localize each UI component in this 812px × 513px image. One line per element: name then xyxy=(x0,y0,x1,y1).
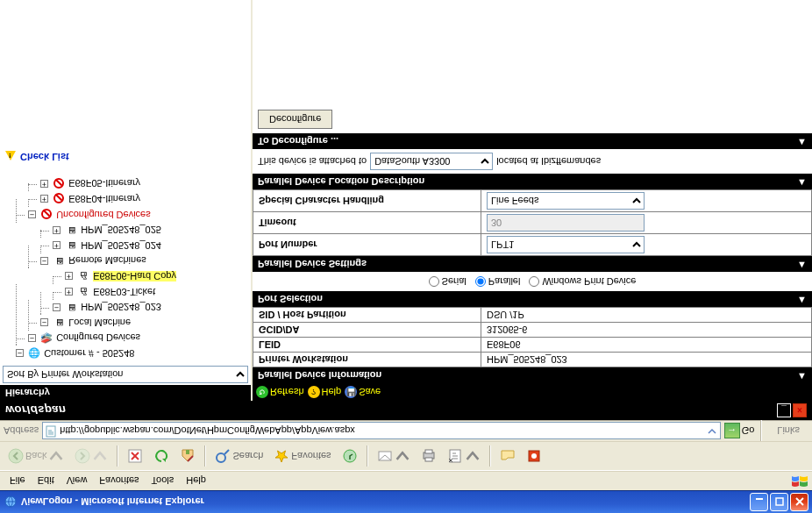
back-button[interactable]: Back xyxy=(4,445,68,467)
radio-windows-print-device[interactable]: Windows Print Device xyxy=(529,276,636,287)
history-button[interactable] xyxy=(338,445,362,467)
app-close-button[interactable]: × xyxy=(793,403,807,417)
collapse-toggle[interactable]: − xyxy=(53,303,61,311)
links-label[interactable]: Links xyxy=(768,426,808,437)
address-input-box[interactable] xyxy=(42,423,720,440)
local-machine-node[interactable]: Local Machine xyxy=(68,317,131,328)
deconfigure-button[interactable]: Deconfigure xyxy=(258,110,332,129)
roboform-button[interactable] xyxy=(522,445,546,467)
menu-edit[interactable]: Edit xyxy=(32,474,61,488)
check-list-link[interactable]: Check List xyxy=(0,144,251,169)
ie-app-icon xyxy=(4,495,18,509)
panel-deconfigure-header[interactable]: To Deconfigure ...▼ xyxy=(253,133,812,149)
forward-button[interactable] xyxy=(70,445,112,467)
menu-tools[interactable]: Tools xyxy=(146,474,181,488)
refresh-button[interactable] xyxy=(149,445,174,467)
chevron-down-icon xyxy=(92,448,108,464)
remote-machines-node[interactable]: Remote Machines xyxy=(68,256,146,267)
maximize-button[interactable] xyxy=(770,493,788,511)
hpm023-node[interactable]: HPM_505248_023 xyxy=(81,303,161,313)
hardcopy-device-node[interactable]: E68F06-Hard Copy xyxy=(93,271,176,281)
collapse-icon[interactable]: ▼ xyxy=(797,176,807,187)
hierarchy-tree: − 🌐 Customer # - 505248 − 📚 Configured D… xyxy=(0,169,251,364)
save-icon: 💾 xyxy=(345,386,357,398)
window-title: ViewLogon - Microsoft Internet Explorer xyxy=(21,497,748,508)
expand-toggle[interactable]: + xyxy=(53,226,61,234)
search-button[interactable]: Search xyxy=(210,445,267,467)
menu-favorites[interactable]: Favorites xyxy=(93,474,145,488)
ticket-device-node[interactable]: E68F03-Ticket xyxy=(93,287,155,297)
collapse-icon[interactable]: ▼ xyxy=(797,370,807,381)
mail-button[interactable] xyxy=(373,445,415,467)
minimize-button[interactable] xyxy=(750,493,768,511)
sort-select[interactable]: Sort By Printer Workstation xyxy=(3,366,248,383)
radio-serial[interactable]: Serial xyxy=(429,276,467,287)
favorites-button[interactable]: Favorites xyxy=(269,445,335,467)
folder-button[interactable] xyxy=(495,445,520,467)
expand-toggle[interactable]: + xyxy=(40,180,48,188)
panel-device-settings-header[interactable]: Parallel Device Settings▼ xyxy=(253,256,812,272)
menu-help[interactable]: Help xyxy=(180,474,212,488)
home-button[interactable] xyxy=(175,445,200,467)
collapse-toggle[interactable]: − xyxy=(40,257,48,265)
panel-port-selection-header[interactable]: Port Selection▼ xyxy=(253,291,812,307)
menu-view[interactable]: View xyxy=(61,474,94,488)
collapse-icon[interactable]: ▼ xyxy=(797,259,807,269)
workstation-icon: 🖥 xyxy=(65,300,77,315)
info-val-3: DSU /1P xyxy=(481,308,812,323)
panel-device-info-header[interactable]: Parallel Device Information▼ xyxy=(253,367,812,383)
collapse-toggle[interactable]: − xyxy=(28,334,36,342)
expand-toggle[interactable]: + xyxy=(65,288,73,296)
sidebar: Hierarchy Sort By Printer Workstation − … xyxy=(0,0,253,401)
content-area: ↻Refresh ?Help 💾Save Parallel Device Inf… xyxy=(253,0,812,401)
expand-toggle[interactable]: + xyxy=(65,272,73,280)
stop-button[interactable] xyxy=(123,445,147,467)
collapse-toggle[interactable]: − xyxy=(28,210,36,218)
sch-select[interactable]: Line Feeds xyxy=(487,192,645,210)
customer-node[interactable]: Customer # - 505248 xyxy=(44,348,134,359)
help-label: Help xyxy=(322,387,342,397)
radio-parallel[interactable]: Parallel xyxy=(475,276,521,287)
sch-label: Special Character Handling xyxy=(253,190,481,212)
expand-toggle[interactable]: + xyxy=(40,195,48,203)
device-settings-table: Port Number LPT1 Timeout Special Charact… xyxy=(253,189,812,256)
info-key-0: Printer Workstation xyxy=(253,353,481,367)
info-key-3: SID / Host Partition xyxy=(253,308,481,323)
menu-file[interactable]: File xyxy=(4,474,32,488)
prohibit-icon xyxy=(53,191,65,206)
collapse-icon[interactable]: ▼ xyxy=(797,294,807,304)
svg-point-3 xyxy=(75,449,89,463)
configured-devices-node[interactable]: Configured Devices xyxy=(56,333,140,344)
panel-location-header[interactable]: Parallel Device Location Description▼ xyxy=(253,174,812,189)
help-action[interactable]: ?Help xyxy=(308,386,342,398)
app-minimize-button[interactable]: _ xyxy=(777,403,791,417)
address-input[interactable] xyxy=(60,426,702,437)
collapse-toggle[interactable]: − xyxy=(16,349,24,357)
expand-toggle[interactable]: + xyxy=(53,241,61,249)
printer-icon: 🖨 xyxy=(77,284,89,299)
svg-rect-15 xyxy=(46,427,55,438)
loc-text-2: located at Ibizffemandes xyxy=(496,156,601,167)
e68f04-node[interactable]: E68F04-Itinerary xyxy=(68,194,140,204)
workstation-icon: 🖥 xyxy=(65,238,77,253)
save-action[interactable]: 💾Save xyxy=(345,386,381,398)
hpm025-node[interactable]: HPM_505248_025 xyxy=(81,225,161,236)
hpm024-node[interactable]: HPM_505248_024 xyxy=(81,240,161,251)
prohibit-icon xyxy=(40,207,53,222)
close-button[interactable] xyxy=(790,493,808,511)
go-button[interactable]: → Go xyxy=(724,424,755,439)
edit-button[interactable] xyxy=(443,445,485,467)
chevron-down-icon[interactable] xyxy=(706,424,718,438)
collapse-icon[interactable]: ▼ xyxy=(797,136,807,146)
loc-text-1: This device is attached to xyxy=(258,156,367,167)
refresh-action[interactable]: ↻Refresh xyxy=(256,386,304,398)
svg-rect-10 xyxy=(425,458,432,461)
go-label: Go xyxy=(742,426,755,437)
e68f05-node[interactable]: E68F05-Itinerary xyxy=(68,179,140,189)
print-button[interactable] xyxy=(417,445,441,467)
collapse-toggle[interactable]: − xyxy=(40,318,48,326)
network-icon: 📚 xyxy=(40,331,53,346)
unconfigured-devices-node[interactable]: Unconfigured Devices xyxy=(56,210,151,220)
attached-device-select[interactable]: DataSouth A3300 xyxy=(370,153,493,170)
port-number-select[interactable]: LPT1 xyxy=(487,236,645,253)
